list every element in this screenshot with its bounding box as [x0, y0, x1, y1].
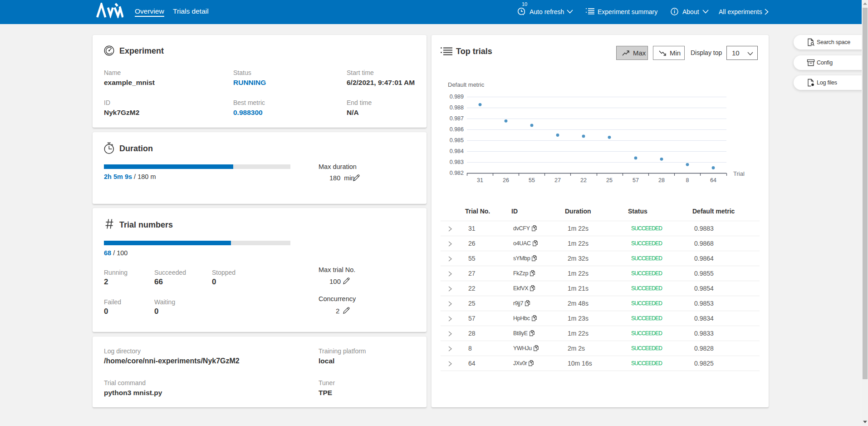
svg-text:0.982: 0.982 [450, 170, 464, 176]
svg-text:0.988: 0.988 [450, 104, 464, 111]
svg-text:55: 55 [529, 177, 535, 183]
svg-text:31: 31 [477, 177, 483, 183]
svg-text:0.984: 0.984 [450, 148, 464, 154]
svg-text:57: 57 [633, 177, 639, 183]
svg-text:0.986: 0.986 [450, 126, 464, 133]
svg-text:22: 22 [580, 177, 587, 183]
svg-text:0.983: 0.983 [450, 159, 464, 165]
svg-text:Trial: Trial [733, 170, 745, 177]
svg-text:64: 64 [710, 177, 716, 183]
svg-text:27: 27 [554, 177, 561, 183]
svg-text:28: 28 [658, 177, 665, 183]
svg-text:0.985: 0.985 [450, 137, 464, 144]
svg-text:26: 26 [503, 177, 509, 183]
svg-text:0.989: 0.989 [450, 94, 464, 100]
svg-text:8: 8 [686, 177, 689, 183]
svg-text:25: 25 [606, 177, 613, 183]
svg-text:0.987: 0.987 [450, 115, 464, 122]
svg-text:Default metric: Default metric [448, 81, 485, 88]
